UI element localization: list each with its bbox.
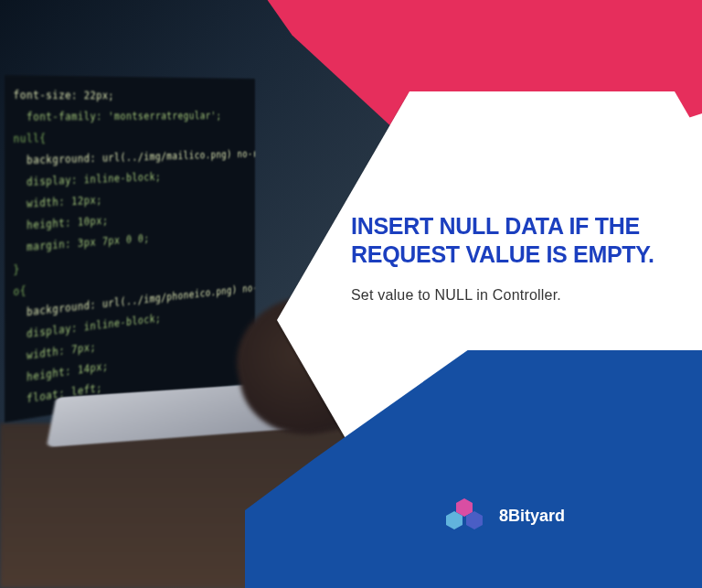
code-editor-screen: font-size: 22px; font-family: 'montserra… bbox=[5, 75, 255, 422]
code-line: font-family: 'montserratregular'; bbox=[13, 106, 248, 128]
graphic-card: font-size: 22px; font-family: 'montserra… bbox=[0, 0, 702, 588]
brand-name: 8Bityard bbox=[499, 507, 565, 526]
code-line: font-size: 22px; bbox=[13, 84, 248, 106]
brand-logo-area: 8Bityard bbox=[446, 498, 565, 533]
subtitle-text: Set value to NULL in Controller. bbox=[351, 287, 653, 304]
brand-logo-icon bbox=[446, 498, 486, 533]
headline-title: INSERT NULL DATA IF THE REQUEST VALUE IS… bbox=[351, 212, 675, 270]
